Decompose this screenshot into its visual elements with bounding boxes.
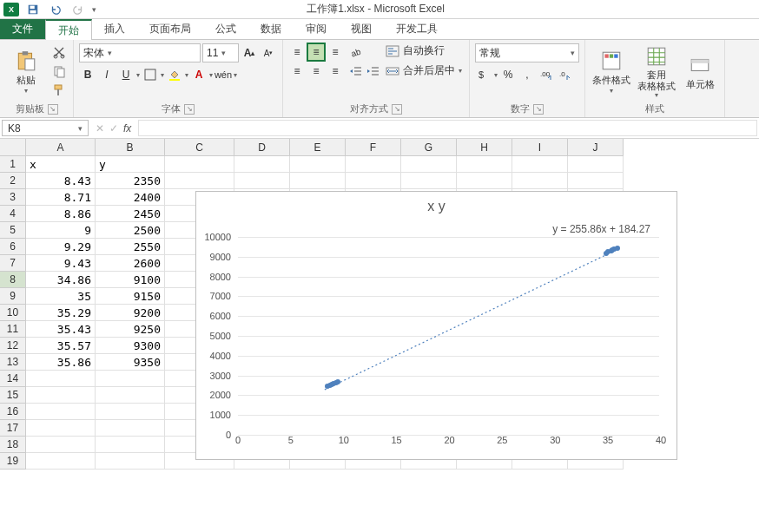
cell[interactable]: 35.29 xyxy=(26,305,96,321)
font-launcher[interactable]: ↘ xyxy=(184,104,195,115)
align-top-icon[interactable]: ≡ xyxy=(288,43,306,61)
cell[interactable]: 8.86 xyxy=(26,206,96,222)
align-bottom-icon[interactable]: ≡ xyxy=(327,43,344,61)
cell[interactable] xyxy=(234,156,290,173)
cell[interactable] xyxy=(96,404,165,420)
tab-developer[interactable]: 开发工具 xyxy=(384,19,450,39)
tab-data[interactable]: 数据 xyxy=(248,19,294,39)
cell[interactable] xyxy=(512,156,568,173)
tab-file[interactable]: 文件 xyxy=(0,19,45,39)
increase-font-icon[interactable]: A▴ xyxy=(241,44,258,62)
increase-decimal-icon[interactable]: .00 xyxy=(538,66,555,83)
cancel-formula-icon[interactable]: ✕ xyxy=(96,122,104,135)
cell[interactable]: 2600 xyxy=(96,255,165,272)
tab-insert[interactable]: 插入 xyxy=(92,19,137,39)
copy-icon[interactable] xyxy=(50,62,68,80)
font-color-button[interactable]: A xyxy=(190,66,208,83)
cell[interactable] xyxy=(401,173,457,189)
align-left-icon[interactable]: ≡ xyxy=(288,62,306,80)
cell[interactable]: 2500 xyxy=(96,222,165,239)
col-header-A[interactable]: A xyxy=(26,139,96,156)
row-header[interactable]: 12 xyxy=(0,338,26,354)
cell[interactable]: 9.29 xyxy=(26,239,96,255)
font-name-combo[interactable]: 宋体▾ xyxy=(79,43,201,62)
tab-page-layout[interactable]: 页面布局 xyxy=(137,19,203,39)
align-middle-icon[interactable]: ≡ xyxy=(307,43,325,61)
cell[interactable] xyxy=(26,387,96,404)
col-header-C[interactable]: C xyxy=(165,139,234,156)
format-painter-icon[interactable] xyxy=(50,82,68,99)
cell[interactable]: 2400 xyxy=(96,189,165,206)
tab-view[interactable]: 视图 xyxy=(339,19,384,39)
cell[interactable]: 9150 xyxy=(96,288,165,305)
phonetic-button[interactable]: wén xyxy=(214,66,232,83)
cell[interactable] xyxy=(26,453,96,470)
col-header-G[interactable]: G xyxy=(401,139,457,156)
save-icon[interactable] xyxy=(24,1,42,18)
orientation-icon[interactable]: ab xyxy=(347,43,365,61)
cell[interactable]: 9100 xyxy=(96,272,165,288)
cell[interactable]: 2550 xyxy=(96,239,165,255)
number-format-combo[interactable]: 常规▾ xyxy=(475,43,579,62)
cell[interactable] xyxy=(346,156,401,173)
cell[interactable]: 35.57 xyxy=(26,338,96,354)
italic-button[interactable]: I xyxy=(98,66,116,83)
row-header[interactable]: 14 xyxy=(0,371,26,387)
align-center-icon[interactable]: ≡ xyxy=(307,62,325,80)
cell[interactable] xyxy=(96,387,165,404)
cell[interactable] xyxy=(165,156,234,173)
cell[interactable] xyxy=(568,156,624,173)
undo-icon[interactable] xyxy=(47,1,64,18)
col-header-H[interactable]: H xyxy=(457,139,512,156)
row-header[interactable]: 13 xyxy=(0,354,26,371)
cell[interactable] xyxy=(568,173,624,189)
cell[interactable] xyxy=(96,453,165,470)
row-header[interactable]: 17 xyxy=(0,420,26,437)
formula-input[interactable] xyxy=(138,120,757,136)
decrease-decimal-icon[interactable]: .0 xyxy=(557,66,574,83)
cell[interactable] xyxy=(290,156,346,173)
row-header[interactable]: 2 xyxy=(0,173,26,189)
cell[interactable] xyxy=(26,371,96,387)
paste-button[interactable]: 粘贴 ▾ xyxy=(5,43,47,101)
row-header[interactable]: 1 xyxy=(0,156,26,173)
row-header[interactable]: 16 xyxy=(0,404,26,420)
cell[interactable]: 35.86 xyxy=(26,354,96,371)
cell[interactable] xyxy=(512,173,568,189)
cell[interactable]: 9350 xyxy=(96,354,165,371)
cell[interactable] xyxy=(234,173,290,189)
row-header[interactable]: 5 xyxy=(0,222,26,239)
decrease-font-icon[interactable]: A▾ xyxy=(260,44,277,62)
embedded-chart[interactable]: x y y = 255.86x + 184.27 010002000300040… xyxy=(195,191,677,460)
row-header[interactable]: 7 xyxy=(0,255,26,272)
row-header[interactable]: 6 xyxy=(0,239,26,255)
row-header[interactable]: 3 xyxy=(0,189,26,206)
bold-button[interactable]: B xyxy=(79,66,96,83)
increase-indent-icon[interactable] xyxy=(365,62,382,80)
conditional-formatting-button[interactable]: 条件格式▾ xyxy=(591,43,632,101)
cell[interactable] xyxy=(96,437,165,453)
col-header-I[interactable]: I xyxy=(512,139,568,156)
row-header[interactable]: 4 xyxy=(0,206,26,222)
cell[interactable] xyxy=(457,173,512,189)
format-as-table-button[interactable]: 套用 表格格式▾ xyxy=(636,43,677,101)
accounting-format-icon[interactable]: $ xyxy=(475,66,492,83)
cell[interactable]: 9 xyxy=(26,222,96,239)
cell[interactable] xyxy=(346,173,401,189)
fill-color-button[interactable] xyxy=(166,66,183,83)
cell[interactable] xyxy=(26,420,96,437)
cell[interactable] xyxy=(96,420,165,437)
clipboard-launcher[interactable]: ↘ xyxy=(48,104,58,115)
cell[interactable]: 2450 xyxy=(96,206,165,222)
accept-formula-icon[interactable]: ✓ xyxy=(109,122,118,135)
col-header-F[interactable]: F xyxy=(346,139,401,156)
cell[interactable]: 2350 xyxy=(96,173,165,189)
row-header[interactable]: 9 xyxy=(0,288,26,305)
col-header-E[interactable]: E xyxy=(290,139,346,156)
col-header-J[interactable]: J xyxy=(568,139,624,156)
cell[interactable]: 9250 xyxy=(96,321,165,338)
underline-button[interactable]: U xyxy=(117,66,135,83)
cell[interactable] xyxy=(401,156,457,173)
redo-icon[interactable] xyxy=(69,1,87,18)
cut-icon[interactable] xyxy=(50,43,68,61)
